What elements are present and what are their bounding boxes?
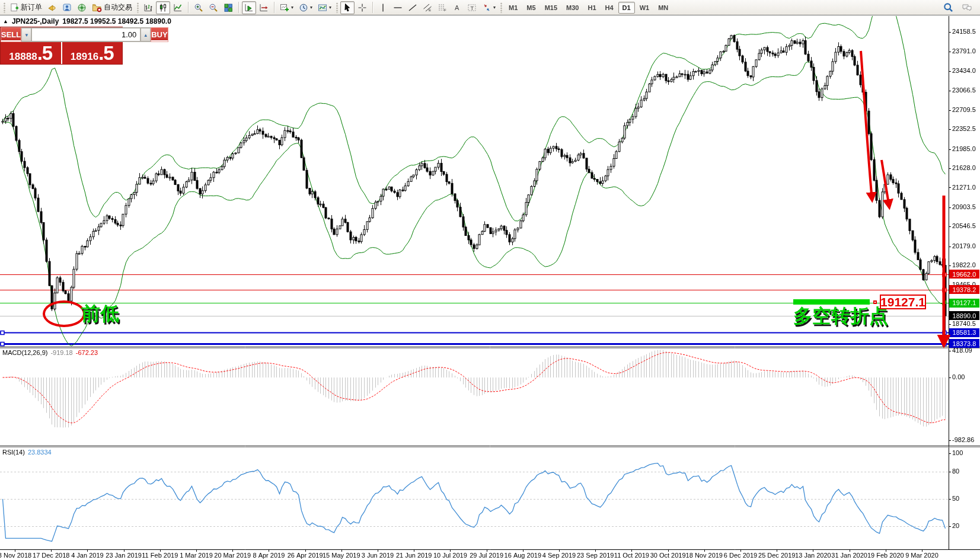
auto-scroll-button[interactable]: [242, 1, 256, 14]
buy-price[interactable]: 18916 .5: [62, 42, 123, 64]
trendline-icon: [408, 3, 417, 12]
arrows-button[interactable]: ▾: [480, 1, 498, 14]
sell-price-main: 18888: [9, 47, 37, 67]
timeframe-d1-button[interactable]: D1: [618, 2, 635, 14]
toolbar-grip: [500, 2, 502, 13]
candlestick-chart-button[interactable]: [156, 1, 170, 14]
price-line-label: 19662.0: [949, 270, 979, 279]
template-chart-icon: [318, 3, 327, 12]
rsi-pane[interactable]: [0, 447, 949, 548]
price-tag-box: 19127.1: [880, 295, 926, 309]
toolbar-grip: [137, 2, 139, 13]
svg-text:E: E: [429, 8, 431, 12]
line-handle-marker: [943, 300, 946, 304]
megaphone-icon: [47, 3, 57, 12]
channel-icon: E: [423, 3, 432, 12]
timeframe-group: M1M5M15M30H1H4D1W1MN: [505, 2, 672, 14]
community-button[interactable]: [60, 1, 74, 14]
chevron-down-icon: ▾: [329, 5, 331, 10]
crosshair-icon: [357, 3, 367, 12]
rsi-value: 23.8334: [28, 449, 52, 456]
timeframe-h1-button[interactable]: H1: [583, 2, 600, 14]
chart-title: ▲ JPN225-,Daily 19827.5 19952.5 18492.5 …: [3, 17, 171, 25]
chart-symbol-label: JPN225-,Daily: [12, 17, 59, 25]
channel-button[interactable]: E: [420, 1, 435, 14]
line-chart-button[interactable]: [171, 1, 185, 14]
timeframe-mn-button[interactable]: MN: [654, 2, 672, 14]
horizontal-line-icon: [393, 3, 403, 12]
templates-button[interactable]: ▾: [315, 1, 334, 14]
zoom-in-button[interactable]: [191, 1, 206, 14]
chart-ohlc-values: 19827.5 19952.5 18492.5 18890.0: [62, 17, 171, 25]
search-button[interactable]: [941, 1, 956, 14]
trendline-button[interactable]: [406, 1, 420, 14]
autotrading-icon: [92, 3, 102, 12]
toolbar-grip: [4, 2, 5, 13]
fibonacci-icon: F: [438, 3, 447, 12]
clock-icon: [299, 3, 308, 12]
fibonacci-button[interactable]: F: [435, 1, 449, 14]
price-line-label: 18890.0: [949, 311, 979, 320]
prev-low-note: 前低: [81, 304, 119, 323]
buy-button[interactable]: BUY: [151, 27, 168, 42]
sell-price[interactable]: 18888 .5: [1, 42, 62, 64]
toolbar-separator: [188, 2, 189, 13]
text-label-icon: T: [467, 3, 477, 12]
toolbar-grip: [336, 2, 338, 13]
sell-button[interactable]: SELL: [1, 27, 21, 42]
tile-windows-button[interactable]: [221, 1, 235, 14]
timeframe-m30-button[interactable]: M30: [562, 2, 583, 14]
main-chart-pane[interactable]: [0, 16, 949, 346]
turning-point-note: 多空转折点: [793, 306, 888, 325]
cursor-button[interactable]: [340, 1, 355, 14]
chart-shift-icon: [259, 3, 269, 12]
zoom-out-icon: [209, 3, 218, 12]
timeframe-m15-button[interactable]: M15: [541, 2, 561, 14]
bar-chart-button[interactable]: [141, 1, 155, 14]
chart-shift-button[interactable]: [257, 1, 271, 14]
prev-low-circle: [43, 300, 85, 327]
macd-main-value: -919.18: [50, 349, 72, 356]
macd-pane[interactable]: [0, 348, 949, 445]
svg-text:T: T: [471, 5, 474, 11]
horizontal-line-button[interactable]: [391, 1, 405, 14]
macd-label: MACD(12,26,9)-919.18-672.23: [2, 349, 98, 356]
chevron-down-icon: ▾: [310, 5, 312, 10]
autotrading-button[interactable]: 自动交易: [90, 1, 135, 14]
timeframe-m5-button[interactable]: M5: [522, 2, 540, 14]
text-button[interactable]: A: [450, 1, 464, 14]
cursor-icon: [343, 3, 352, 12]
timeframe-h4-button[interactable]: H4: [601, 2, 618, 14]
globe-icon: [77, 3, 87, 12]
profiles-button[interactable]: ▾: [296, 1, 315, 14]
megaphone-button[interactable]: [45, 1, 59, 14]
toolbar-separator: [372, 2, 373, 13]
zoom-out-button[interactable]: [206, 1, 221, 14]
toolbar: 新订单 自动交易 ▾ ▾: [0, 0, 980, 15]
price-line-label: 19127.1: [949, 299, 979, 308]
volume-decrease-button[interactable]: ▾: [21, 28, 31, 41]
vertical-line-icon: [378, 3, 388, 12]
macd-name: MACD(12,26,9): [2, 349, 47, 356]
new-order-button[interactable]: 新订单: [8, 1, 44, 14]
macd-signal-value: -672.23: [76, 349, 98, 356]
rsi-name: RSI(14): [2, 449, 25, 456]
crosshair-button[interactable]: [355, 1, 369, 14]
timeframe-m1-button[interactable]: M1: [505, 2, 522, 14]
volume-input[interactable]: [31, 28, 141, 41]
connection-button[interactable]: [75, 1, 89, 14]
new-chart-button[interactable]: ▾: [277, 1, 296, 14]
svg-text:F: F: [444, 8, 446, 12]
one-click-trade-panel: SELL ▾ ▴ BUY 18888 .5 18916 .5: [0, 27, 123, 65]
chat-button[interactable]: [959, 1, 975, 14]
line-handle-marker: [873, 300, 877, 304]
volume-increase-button[interactable]: ▴: [141, 28, 151, 41]
new-order-label: 新订单: [21, 2, 42, 12]
toolbar-separator: [238, 2, 239, 13]
vertical-line-button[interactable]: [376, 1, 390, 14]
arrows-icon: [482, 3, 491, 12]
text-label-button[interactable]: T: [465, 1, 479, 14]
timeframe-w1-button[interactable]: W1: [636, 2, 654, 14]
sell-price-fraction: .5: [37, 43, 53, 63]
collapse-panel-icon[interactable]: ▲: [3, 18, 8, 24]
